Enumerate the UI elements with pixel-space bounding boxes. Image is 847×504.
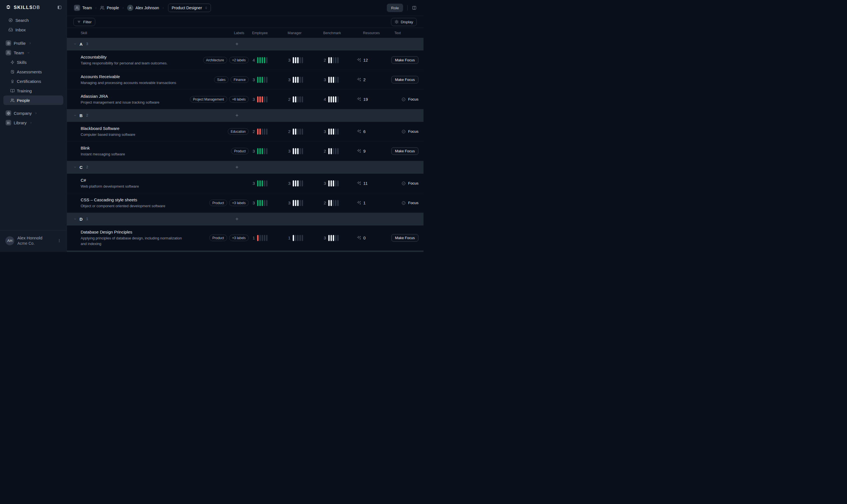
add-skill-plus-icon[interactable] (235, 42, 239, 46)
resources-cell[interactable]: 19 (355, 97, 394, 102)
sidebar-item-search[interactable]: Search (3, 15, 63, 25)
sidebar-item-people[interactable]: People (3, 95, 63, 105)
column-header-skill[interactable]: Skill (67, 31, 191, 35)
resources-cell[interactable]: 1 (355, 200, 394, 205)
skill-cell: Database Design Principles Applying prin… (67, 226, 191, 250)
label-pill[interactable]: Finance (230, 76, 249, 83)
resources-cell[interactable]: 6 (355, 129, 394, 134)
label-pill[interactable]: +6 labels (229, 96, 249, 103)
table-row[interactable]: Blackboard Software Computer based train… (67, 122, 423, 141)
chevron-down-icon[interactable] (73, 165, 77, 169)
sidebar-collapse-icon[interactable] (57, 5, 62, 10)
column-header-text[interactable]: Text (394, 31, 423, 35)
label-pill[interactable]: +2 labels (229, 57, 249, 63)
chevron-down-icon[interactable] (73, 217, 77, 221)
employee-rating-bars (257, 180, 267, 186)
label-pill[interactable]: Product (231, 148, 249, 154)
focus-status[interactable]: Focus (401, 181, 419, 186)
display-button[interactable]: Display (391, 18, 417, 26)
sidebar-item-inbox[interactable]: Inbox (3, 25, 63, 34)
table-row[interactable]: C# Web platform development software 3 3… (67, 174, 423, 193)
rating-bar (293, 148, 294, 154)
resources-cell[interactable]: 9 (355, 149, 394, 154)
add-skill-plus-icon[interactable] (235, 165, 239, 169)
resources-cell[interactable]: 0 (355, 235, 394, 240)
columns-panel-icon[interactable] (412, 5, 417, 11)
table-row[interactable]: Atlassian JIRA Project management and is… (67, 90, 423, 109)
label-pill[interactable]: Sales (214, 76, 229, 83)
sidebar-item-skills[interactable]: Skills (3, 57, 63, 67)
rating-bar (335, 96, 336, 103)
label-pill[interactable]: Project Management (190, 96, 227, 103)
table-row[interactable]: Accountability Taking responsibility for… (67, 50, 423, 70)
resources-cell[interactable]: 2 (355, 77, 394, 82)
column-header-benchmark[interactable]: Benchmark (320, 31, 355, 35)
sidebar-item-certifications[interactable]: Certifications (3, 76, 63, 86)
skill-description: Instant messaging software (81, 151, 188, 157)
label-pill[interactable]: Architecture (203, 57, 227, 63)
table-row[interactable]: Database Design Principles Applying prin… (67, 226, 423, 251)
label-pill[interactable]: Product (209, 235, 227, 241)
make-focus-button[interactable]: Make Focus (391, 147, 419, 155)
skill-table-body: A 3 Accountability Taking responsibility… (67, 38, 423, 252)
group-header-row[interactable]: A 3 (67, 38, 423, 50)
sidebar-item-training[interactable]: Training (3, 86, 63, 95)
benchmark-rating-bars (328, 235, 339, 241)
resources-cell[interactable]: 12 (355, 58, 394, 62)
column-header-employee[interactable]: Employee (249, 31, 284, 35)
label-pill[interactable]: +3 labels (229, 235, 249, 241)
rating-bar (302, 235, 303, 241)
skill-description: Applying principles of database design, … (81, 235, 188, 247)
make-focus-button[interactable]: Make Focus (391, 56, 419, 64)
skill-title: Accounts Receivable (81, 74, 188, 80)
sidebar-item-label: Training (17, 89, 32, 93)
role-select[interactable]: Product Designer (168, 4, 211, 12)
label-pill[interactable]: Education (228, 128, 249, 135)
column-header-labels[interactable]: Labels (191, 31, 249, 35)
focus-status[interactable]: Focus (401, 129, 419, 134)
rating-bar (262, 77, 263, 83)
add-skill-plus-icon[interactable] (235, 217, 239, 221)
table-row[interactable]: Blink Instant messaging software Product… (67, 141, 423, 161)
group-header-row[interactable]: C 2 (67, 161, 423, 174)
make-focus-button[interactable]: Make Focus (391, 234, 419, 241)
add-skill-plus-icon[interactable] (235, 113, 239, 118)
focus-status[interactable]: Focus (401, 97, 419, 102)
rating-bar (337, 96, 339, 103)
label-pill[interactable]: +3 labels (229, 200, 249, 206)
resources-count: 6 (363, 129, 366, 134)
chevron-down-icon[interactable] (73, 42, 77, 46)
make-focus-button[interactable]: Make Focus (391, 76, 419, 84)
kebab-menu-icon[interactable] (57, 238, 61, 243)
breadcrumb-people[interactable]: People (100, 5, 119, 10)
rating-bar (293, 57, 294, 63)
sidebar-item-profile[interactable]: Profile (3, 38, 63, 48)
group-header-row[interactable]: E 1 (67, 251, 423, 252)
filter-button[interactable]: Filter (73, 18, 95, 26)
main-content: Team People A Alex Johnson Product Desig… (67, 0, 423, 252)
logo-bold: SKILLS (14, 5, 33, 10)
role-button[interactable]: Role (387, 4, 403, 12)
sidebar-item-assessments[interactable]: Assessments (3, 67, 63, 76)
table-row[interactable]: CSS – Cascading style sheets Object or c… (67, 193, 423, 213)
employee-rating: 3 (249, 96, 284, 103)
table-row[interactable]: Accounts Receivable Managing and process… (67, 70, 423, 90)
resources-cell[interactable]: 11 (355, 181, 394, 186)
sidebar-item-library[interactable]: Library (3, 118, 63, 127)
benchmark-rating-value: 2 (323, 149, 326, 154)
focus-status[interactable]: Focus (401, 201, 419, 205)
breadcrumb-team[interactable]: Team (74, 5, 92, 11)
chevron-down-icon[interactable] (73, 114, 77, 117)
group-header-row[interactable]: D 1 (67, 213, 423, 226)
group-header-row[interactable]: B 2 (67, 109, 423, 122)
column-header-resources[interactable]: Resources (355, 31, 394, 35)
label-pill[interactable]: Product (209, 200, 227, 206)
sidebar-user[interactable]: AH Alex Honnold Acme Co. (0, 230, 67, 252)
rating-bar (264, 200, 265, 206)
sidebar-item-team[interactable]: Team (3, 48, 63, 57)
sidebar-item-label: Inbox (15, 28, 26, 32)
breadcrumb-person[interactable]: A Alex Johnson (127, 5, 159, 11)
sidebar-item-company[interactable]: Company (3, 108, 63, 118)
manager-rating-value: 1 (288, 235, 290, 240)
column-header-manager[interactable]: Manager (284, 31, 320, 35)
